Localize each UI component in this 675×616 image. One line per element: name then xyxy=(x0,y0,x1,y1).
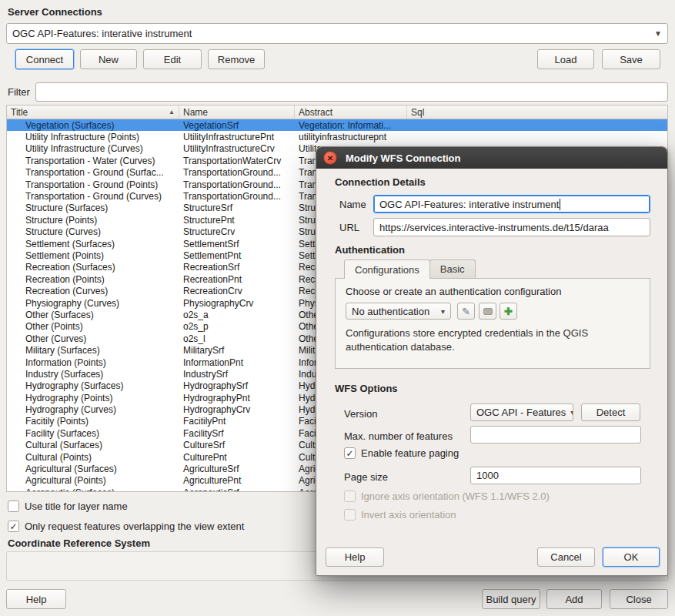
edit-button[interactable]: Edit xyxy=(143,49,202,69)
column-header-name[interactable]: Name xyxy=(179,105,295,119)
connection-select[interactable]: OGC API-Features: interative instrument … xyxy=(6,23,668,44)
table-cell-title[interactable]: Aeronautic (Surfaces) xyxy=(7,487,179,491)
url-field[interactable]: https://services.interactive-instruments… xyxy=(373,218,650,236)
remove-auth-config-button[interactable] xyxy=(479,303,496,320)
ok-button[interactable]: OK xyxy=(603,547,660,567)
table-cell-name[interactable]: StructureCrv xyxy=(179,226,295,237)
dialog-help-button[interactable]: Help xyxy=(326,547,384,567)
table-cell-abstract[interactable]: utilityinfrastructurepnt xyxy=(295,132,407,142)
table-cell-title[interactable]: Cultural (Points) xyxy=(7,452,179,463)
table-cell-title[interactable]: Settlement (Points) xyxy=(7,250,179,261)
table-cell-name[interactable]: UtilityInfrastructureCrv xyxy=(179,143,295,154)
table-cell-name[interactable]: CultureSrf xyxy=(179,440,295,450)
table-cell-name[interactable]: TransportationWaterCrv xyxy=(179,156,295,166)
table-cell-name[interactable]: StructurePnt xyxy=(179,215,295,226)
filter-input[interactable] xyxy=(35,82,668,102)
table-cell-name[interactable]: VegetationSrf xyxy=(179,120,295,131)
close-button[interactable]: Close xyxy=(610,589,668,609)
auth-config-select[interactable]: No authentication ▾ xyxy=(346,303,451,320)
table-cell-title[interactable]: Agricultural (Surfaces) xyxy=(7,464,179,474)
table-cell-title[interactable]: Structure (Surfaces) xyxy=(7,203,179,213)
edit-auth-config-button[interactable]: ✎ xyxy=(457,303,475,320)
table-row[interactable]: Vegetation (Surfaces)VegetationSrfVegeta… xyxy=(7,119,667,131)
table-cell-name[interactable]: TransportationGround... xyxy=(179,191,295,202)
table-cell-name[interactable]: CulturePnt xyxy=(179,452,295,463)
table-cell-title[interactable]: Recreation (Curves) xyxy=(7,286,179,296)
table-cell-title[interactable]: Recreation (Points) xyxy=(7,274,179,285)
overlap-extent-checkbox[interactable]: ✓ Only request features overlapping the … xyxy=(8,521,244,532)
table-cell-name[interactable]: o2s_a xyxy=(179,310,295,320)
table-cell-name[interactable]: IndustrySrf xyxy=(179,369,295,380)
table-cell-title[interactable]: Facility (Surfaces) xyxy=(7,428,179,439)
dialog-titlebar[interactable]: ✕ Modify WFS Connection xyxy=(316,147,667,169)
help-button[interactable]: Help xyxy=(6,589,66,609)
table-cell-title[interactable]: Industry (Surfaces) xyxy=(7,369,179,380)
max-features-input[interactable] xyxy=(470,426,641,444)
table-cell-title[interactable]: Utility Infrastructure (Points) xyxy=(7,132,179,142)
close-window-button[interactable]: ✕ xyxy=(323,151,337,165)
table-cell-title[interactable]: Structure (Points) xyxy=(7,215,179,226)
table-cell-title[interactable]: Information (Points) xyxy=(7,357,179,368)
table-cell-title[interactable]: Transportation - Ground (Points) xyxy=(7,179,179,190)
table-cell-name[interactable]: o2s_p xyxy=(179,321,295,332)
page-size-input[interactable]: 1000 xyxy=(470,467,641,484)
table-cell-title[interactable]: Other (Surfaces) xyxy=(7,310,179,320)
tab-basic[interactable]: Basic xyxy=(429,259,476,278)
table-cell-name[interactable]: HydrographyPnt xyxy=(179,393,295,403)
table-cell-title[interactable]: Agricultural (Points) xyxy=(7,475,179,486)
load-button[interactable]: Load xyxy=(537,49,594,69)
table-cell-title[interactable]: Physiography (Curves) xyxy=(7,298,179,309)
column-header-title[interactable]: Title ▲ xyxy=(7,105,179,119)
table-cell-title[interactable]: Transportation - Ground (Surfac... xyxy=(7,167,179,178)
table-cell-title[interactable]: Military (Surfaces) xyxy=(7,345,179,356)
table-cell-name[interactable]: StructureSrf xyxy=(179,203,295,213)
use-title-checkbox-box[interactable] xyxy=(8,500,19,512)
version-select[interactable]: OGC API - Features ▾ xyxy=(470,403,573,421)
table-cell-title[interactable]: Transportation - Water (Curves) xyxy=(7,156,179,166)
enable-paging-checkbox-box[interactable]: ✓ xyxy=(344,447,356,459)
table-cell-title[interactable]: Vegetation (Surfaces) xyxy=(7,120,179,131)
name-field[interactable]: OGC API-Features: interative instrument xyxy=(373,195,650,213)
table-cell-name[interactable]: TransportationGround... xyxy=(179,167,295,178)
table-cell-title[interactable]: Transportation - Ground (Curves) xyxy=(7,191,179,202)
table-cell-title[interactable]: Facitily (Points) xyxy=(7,416,179,427)
add-button[interactable]: Add xyxy=(546,589,602,609)
overlap-extent-checkbox-box[interactable]: ✓ xyxy=(8,521,19,532)
detect-button[interactable]: Detect xyxy=(581,403,640,421)
table-cell-name[interactable]: SettlementPnt xyxy=(179,250,295,261)
table-cell-title[interactable]: Other (Curves) xyxy=(7,333,179,344)
remove-button[interactable]: Remove xyxy=(208,49,265,69)
table-cell-name[interactable]: UtilityInfrastructurePnt xyxy=(179,132,295,142)
table-cell-title[interactable]: Hydrography (Points) xyxy=(7,393,179,403)
table-cell-name[interactable]: AeronauticSrf xyxy=(179,487,295,491)
table-cell-title[interactable]: Structure (Curves) xyxy=(7,226,179,237)
save-button[interactable]: Save xyxy=(602,49,660,69)
table-cell-title[interactable]: Recreation (Surfaces) xyxy=(7,262,179,273)
use-title-checkbox[interactable]: Use title for layer name xyxy=(8,500,128,512)
table-cell-name[interactable]: AgricultureSrf xyxy=(179,464,295,474)
table-cell-title[interactable]: Settlement (Surfaces) xyxy=(7,239,179,249)
table-cell-title[interactable]: Utility Infrastructure (Curves) xyxy=(7,143,179,154)
table-cell-name[interactable]: RecreationPnt xyxy=(179,274,295,285)
column-header-sql[interactable]: Sql xyxy=(407,105,667,119)
table-cell-title[interactable]: Cultural (Surfaces) xyxy=(7,440,179,450)
table-cell-name[interactable]: TransportationGround... xyxy=(179,179,295,190)
table-cell-name[interactable]: HydrographyCrv xyxy=(179,404,295,415)
table-cell-name[interactable]: RecreationCrv xyxy=(179,286,295,296)
column-header-abstract[interactable]: Abstract xyxy=(295,105,407,119)
build-query-button[interactable]: Build query xyxy=(482,589,540,609)
enable-paging-checkbox[interactable]: ✓ Enable feature paging xyxy=(344,447,459,459)
cancel-button[interactable]: Cancel xyxy=(537,547,595,567)
tab-configurations[interactable]: Configurations xyxy=(344,259,430,279)
table-cell-name[interactable]: FacitilyPnt xyxy=(179,416,295,427)
table-cell-name[interactable]: PhysiographyCrv xyxy=(179,298,295,309)
add-auth-config-button[interactable]: ✚ xyxy=(500,303,517,320)
new-button[interactable]: New xyxy=(80,49,137,69)
table-cell-title[interactable]: Other (Points) xyxy=(7,321,179,332)
table-cell-name[interactable]: HydrographySrf xyxy=(179,380,295,391)
connect-button[interactable]: Connect xyxy=(15,49,74,69)
table-cell-name[interactable]: FacilitySrf xyxy=(179,428,295,439)
table-cell-name[interactable]: o2s_l xyxy=(179,333,295,344)
table-cell-title[interactable]: Hydrography (Surfaces) xyxy=(7,380,179,391)
table-row[interactable]: Utility Infrastructure (Points)UtilityIn… xyxy=(7,131,667,142)
